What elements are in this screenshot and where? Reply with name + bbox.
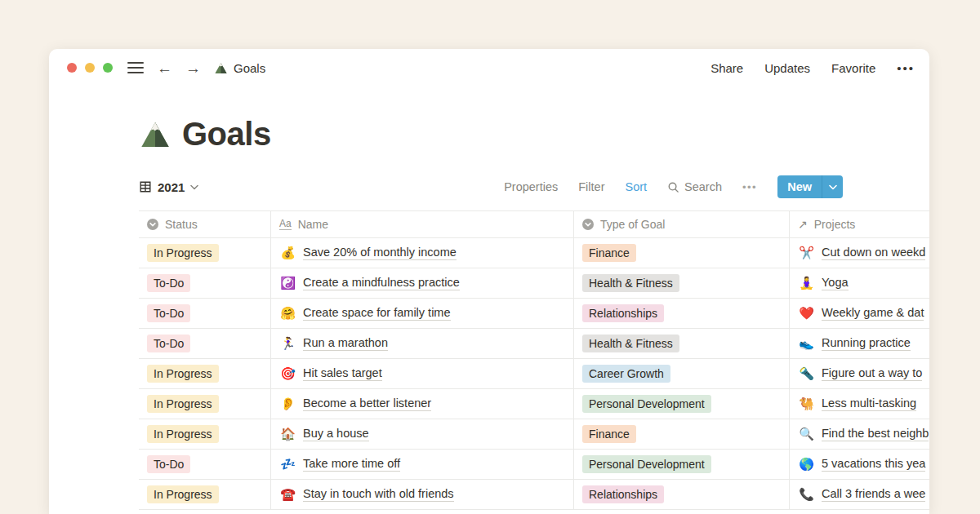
column-header-projects[interactable]: ↗ Projects [790, 211, 929, 237]
updates-button[interactable]: Updates [764, 61, 810, 75]
project-link[interactable]: Weekly game & dat [822, 306, 924, 321]
type-of-goal-badge[interactable]: Career Growth [582, 365, 670, 383]
relation-property-icon: ↗ [798, 218, 808, 231]
project-emoji-icon: 🐫 [798, 397, 815, 411]
type-of-goal-badge[interactable]: Finance [582, 244, 636, 262]
forward-arrow-icon[interactable]: → [185, 60, 201, 76]
type-of-goal-badge[interactable]: Relationships [582, 304, 664, 322]
goal-name-link[interactable]: Hit sales target [303, 366, 382, 381]
type-of-goal-badge[interactable]: Finance [582, 425, 636, 443]
goal-emoji-icon: 👂 [279, 397, 296, 411]
column-label: Status [165, 218, 198, 231]
type-of-goal-badge[interactable]: Health & Fitness [582, 335, 679, 352]
project-link[interactable]: Call 3 friends a wee [822, 487, 925, 502]
project-emoji-icon: 🌎 [798, 457, 815, 472]
select-property-icon [582, 219, 594, 230]
chevron-down-icon [190, 184, 198, 190]
project-link[interactable]: Figure out a way to [822, 366, 922, 381]
favorite-button[interactable]: Favorite [831, 61, 875, 75]
project-emoji-icon: 🔦 [798, 366, 815, 381]
view-actions: Properties Filter Sort Search ••• New [504, 175, 843, 198]
titlebar: ← → Goals Share Updates Favorite ••• [49, 49, 929, 86]
status-badge[interactable]: In Progress [147, 485, 219, 503]
select-property-icon [147, 219, 158, 230]
table-row[interactable]: To-Do 🏃‍♀️ Run a marathon Health & Fitne… [139, 329, 929, 359]
goal-emoji-icon: 🎯 [279, 366, 296, 381]
table-row[interactable]: In Progress ☎️ Stay in touch with old fr… [139, 480, 929, 510]
new-dropdown-button[interactable] [822, 175, 843, 198]
goals-table: Status Aa Name Type of Goal ↗ Projects I… [139, 210, 929, 510]
goal-emoji-icon: 🤗 [279, 306, 296, 321]
project-emoji-icon: 🔍 [798, 427, 815, 441]
status-badge[interactable]: In Progress [147, 365, 219, 383]
project-link[interactable]: Find the best neighb [822, 427, 929, 441]
breadcrumb[interactable]: Goals [214, 61, 265, 75]
column-header-status[interactable]: Status [139, 211, 271, 237]
sidebar-menu-icon[interactable] [127, 62, 144, 73]
status-badge[interactable]: To-Do [147, 455, 190, 473]
new-button[interactable]: New [777, 175, 822, 198]
search-button[interactable]: Search [667, 180, 722, 193]
goal-name-link[interactable]: Run a marathon [303, 336, 388, 351]
status-badge[interactable]: In Progress [147, 425, 219, 443]
table-row[interactable]: In Progress 💰 Save 20% of monthly income… [139, 238, 929, 268]
filter-button[interactable]: Filter [578, 180, 604, 193]
type-of-goal-badge[interactable]: Health & Fitness [582, 274, 679, 292]
share-button[interactable]: Share [710, 61, 743, 75]
goal-name-link[interactable]: Become a better listener [303, 397, 431, 411]
notion-window: ← → Goals Share Updates Favorite ••• Goa… [49, 49, 929, 514]
toolbar-more-icon[interactable]: ••• [742, 181, 757, 193]
more-options-icon[interactable]: ••• [897, 61, 915, 75]
new-split-button: New [777, 175, 843, 198]
minimize-window-button[interactable] [85, 63, 95, 73]
sort-button[interactable]: Sort [625, 180, 647, 193]
type-of-goal-badge[interactable]: Personal Development [582, 395, 711, 413]
table-row[interactable]: To-Do 🤗 Create space for family time Rel… [139, 299, 929, 329]
status-badge[interactable]: To-Do [147, 304, 190, 322]
view-name: 2021 [158, 180, 185, 194]
properties-button[interactable]: Properties [504, 180, 558, 193]
column-header-name[interactable]: Aa Name [271, 211, 574, 237]
goal-name-link[interactable]: Stay in touch with old friends [303, 487, 454, 502]
project-link[interactable]: Cut down on weekd [822, 246, 925, 260]
close-window-button[interactable] [67, 63, 77, 73]
project-link[interactable]: Yoga [822, 276, 849, 290]
status-badge[interactable]: To-Do [147, 335, 190, 352]
goal-name-link[interactable]: Create a mindfulness practice [303, 276, 460, 290]
column-header-type-of-goal[interactable]: Type of Goal [574, 211, 790, 237]
back-arrow-icon[interactable]: ← [157, 60, 172, 76]
project-link[interactable]: Less multi-tasking [822, 397, 916, 411]
goal-name-link[interactable]: Save 20% of monthly income [303, 246, 457, 260]
table-row[interactable]: To-Do 💤 Take more time off Personal Deve… [139, 450, 929, 480]
view-switcher[interactable]: 2021 [139, 180, 198, 194]
table-header-row: Status Aa Name Type of Goal ↗ Projects [139, 211, 929, 238]
project-emoji-icon: 🧘‍♀️ [798, 276, 815, 290]
goal-name-link[interactable]: Create space for family time [303, 306, 451, 321]
goal-name-link[interactable]: Take more time off [303, 457, 400, 472]
goal-emoji-icon: ☎️ [279, 487, 296, 502]
goal-emoji-icon: 💰 [279, 246, 296, 260]
type-of-goal-badge[interactable]: Relationships [582, 485, 664, 503]
type-of-goal-badge[interactable]: Personal Development [582, 455, 711, 473]
status-badge[interactable]: In Progress [147, 244, 219, 262]
goal-emoji-icon: ☯️ [279, 276, 296, 290]
titlebar-actions: Share Updates Favorite ••• [710, 61, 915, 75]
page-mountain-icon[interactable] [139, 118, 172, 151]
zoom-window-button[interactable] [103, 63, 113, 73]
goal-name-link[interactable]: Buy a house [303, 427, 369, 441]
goal-emoji-icon: 🏠 [279, 427, 296, 441]
table-row[interactable]: In Progress 🏠 Buy a house Finance 🔍 Find… [139, 419, 929, 450]
project-link[interactable]: Running practice [822, 336, 911, 351]
project-emoji-icon: ❤️ [798, 306, 815, 321]
status-badge[interactable]: To-Do [147, 274, 190, 292]
page-title: Goals [182, 116, 271, 153]
window-controls [67, 63, 113, 73]
column-label: Projects [814, 218, 856, 231]
table-row[interactable]: To-Do ☯️ Create a mindfulness practice H… [139, 268, 929, 299]
project-link[interactable]: 5 vacations this yea [822, 457, 925, 472]
project-emoji-icon: ✂️ [798, 246, 815, 260]
table-row[interactable]: In Progress 🎯 Hit sales target Career Gr… [139, 359, 929, 389]
table-row[interactable]: In Progress 👂 Become a better listener P… [139, 389, 929, 419]
search-label: Search [684, 180, 722, 193]
status-badge[interactable]: In Progress [147, 395, 219, 413]
